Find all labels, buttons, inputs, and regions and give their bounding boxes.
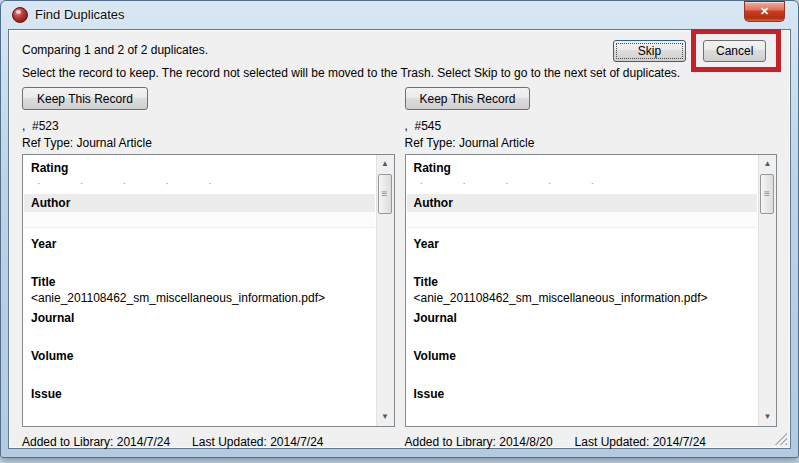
window-title: Find Duplicates [35, 7, 125, 22]
ref-type-right: Ref Type: Journal Article [405, 136, 778, 150]
find-duplicates-dialog: Find Duplicates ✕ Comparing 1 and 2 of 2… [0, 0, 799, 458]
scrollbar-thumb[interactable]: ≡ [760, 174, 774, 214]
field-label-rating: Rating [24, 160, 375, 176]
field-label-author: Author [407, 194, 758, 212]
scroll-up-arrow-icon[interactable]: ▲ [760, 156, 775, 172]
field-value-title[interactable]: <anie_201108462_sm_miscellaneous_informa… [407, 290, 758, 306]
record-id-left: , #523 [22, 119, 395, 133]
record-id-right: , #545 [405, 119, 778, 133]
field-label-issue: Issue [407, 386, 758, 402]
scrollbar-thumb[interactable]: ≡ [378, 174, 392, 214]
record-column-left: Keep This Record , #523 Ref Type: Journa… [22, 83, 395, 449]
record-comparison-columns: Keep This Record , #523 Ref Type: Journa… [9, 80, 790, 449]
last-updated-left: Last Updated: 2014/7/24 [192, 435, 323, 449]
record-fields-left: Rating · · · · · Author Year Title <anie… [24, 155, 375, 426]
scroll-down-arrow-icon[interactable]: ▼ [378, 409, 393, 425]
resize-grip[interactable] [774, 432, 787, 445]
skip-button[interactable]: Skip [613, 40, 686, 62]
field-label-journal: Journal [24, 310, 375, 326]
title-bar[interactable]: Find Duplicates ✕ [1, 1, 798, 29]
rating-stars-empty[interactable]: · · · · · [24, 176, 375, 190]
field-label-author: Author [24, 194, 375, 212]
field-value-author[interactable] [407, 212, 758, 228]
record-panel-left[interactable]: Rating · · · · · Author Year Title <anie… [22, 154, 395, 427]
added-to-library-left: Added to Library: 2014/7/24 [22, 435, 170, 449]
scroll-down-arrow-icon[interactable]: ▼ [760, 409, 775, 425]
added-to-library-right: Added to Library: 2014/8/20 [405, 435, 553, 449]
last-updated-right: Last Updated: 2014/7/24 [575, 435, 706, 449]
record-panel-right[interactable]: Rating · · · · · Author Year Title <anie… [405, 154, 778, 427]
field-label-year: Year [24, 236, 375, 252]
record-footer-right: Added to Library: 2014/8/20 Last Updated… [405, 435, 778, 449]
record-footer-left: Added to Library: 2014/7/24 Last Updated… [22, 435, 395, 449]
cancel-button[interactable]: Cancel [703, 40, 766, 62]
field-label-title: Title [407, 274, 758, 290]
top-bar: Comparing 1 and 2 of 2 duplicates. Skip … [9, 30, 790, 64]
dialog-body: Comparing 1 and 2 of 2 duplicates. Skip … [8, 29, 791, 449]
field-label-title: Title [24, 274, 375, 290]
field-label-volume: Volume [407, 348, 758, 364]
scroll-up-arrow-icon[interactable]: ▲ [378, 156, 393, 172]
close-button[interactable]: ✕ [744, 1, 785, 22]
rating-stars-empty[interactable]: · · · · · [407, 176, 758, 190]
field-label-issue: Issue [24, 386, 375, 402]
field-value-title[interactable]: <anie_201108462_sm_miscellaneous_informa… [24, 290, 375, 306]
field-value-author[interactable] [24, 212, 375, 228]
close-icon: ✕ [760, 5, 769, 17]
scrollbar-left[interactable]: ▲ ≡ ▼ [376, 155, 394, 426]
scrollbar-right[interactable]: ▲ ≡ ▼ [758, 155, 776, 426]
keep-this-record-button-left[interactable]: Keep This Record [22, 87, 148, 110]
field-label-rating: Rating [407, 160, 758, 176]
field-label-journal: Journal [407, 310, 758, 326]
ref-type-left: Ref Type: Journal Article [22, 136, 395, 150]
record-fields-right: Rating · · · · · Author Year Title <anie… [407, 155, 758, 426]
comparing-status-text: Comparing 1 and 2 of 2 duplicates. [22, 40, 613, 57]
cancel-button-area: Cancel [703, 40, 766, 62]
instruction-text: Select the record to keep. The record no… [9, 64, 790, 80]
endnote-app-icon [12, 7, 28, 23]
record-column-right: Keep This Record , #545 Ref Type: Journa… [405, 83, 778, 449]
field-label-year: Year [407, 236, 758, 252]
keep-this-record-button-right[interactable]: Keep This Record [405, 87, 531, 110]
field-label-volume: Volume [24, 348, 375, 364]
